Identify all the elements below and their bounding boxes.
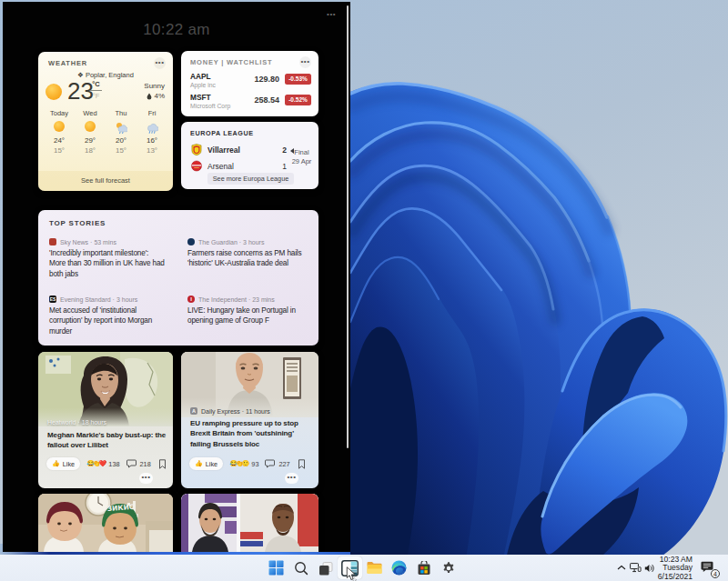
card-more-button[interactable]: •••: [285, 473, 298, 484]
notification-badge: 4: [711, 569, 720, 578]
unit-fahrenheit[interactable]: °F: [90, 91, 102, 101]
tray-clock[interactable]: 10:23 AM Tuesday 6/15/2021: [658, 556, 693, 581]
daily-express-icon: A: [190, 407, 197, 415]
mouse-cursor: [346, 566, 357, 581]
football-pundits-photo: [181, 494, 318, 552]
weather-widget[interactable]: WEATHER ••• ❖ Poplar, England 23 °C °F S…: [38, 52, 173, 191]
money-widget[interactable]: MONEY | WATCHLIST ••• AAPL Apple inc 129…: [181, 51, 318, 116]
search-button[interactable]: [288, 556, 313, 579]
stock-row[interactable]: AAPL Apple inc 129.80 -0.53%: [190, 72, 311, 90]
news-headline: Meghan Markle's baby bust-up: the fallou…: [47, 430, 167, 451]
europa-title: EUROPA LEAGUE: [190, 129, 254, 137]
taskbar-center: [264, 555, 460, 581]
volume-icon[interactable]: [644, 564, 655, 573]
store-button[interactable]: [411, 556, 436, 579]
top-stories-title: TOP STORIES: [49, 219, 106, 227]
reaction-emojis: 😂👏🙂: [229, 460, 248, 467]
weather-menu-button[interactable]: •••: [154, 57, 166, 69]
europa-league-widget[interactable]: EUROPA LEAGUE Villarreal 2 Arsenal 1 Fin…: [181, 122, 318, 189]
guardian-icon: [187, 238, 195, 245]
comment-icon[interactable]: [126, 459, 136, 468]
like-button[interactable]: 👍Like: [46, 457, 80, 470]
droplet-icon: [147, 93, 152, 100]
news-card[interactable]: ADaily Express · 11 hours EU ramping pre…: [181, 352, 318, 488]
match-status: Final 29 Apr: [288, 148, 315, 166]
news-source: ADaily Express · 11 hours: [190, 407, 270, 415]
story-item[interactable]: Sky News · 53 mins 'Incredibly important…: [49, 238, 166, 279]
thumbs-up-icon: 👍: [52, 460, 60, 467]
network-icon[interactable]: [630, 563, 642, 573]
windows-logo-icon: [268, 560, 284, 576]
task-view-button[interactable]: [313, 556, 338, 579]
top-stories-widget: TOP STORIES Sky News · 53 mins 'Incredib…: [38, 210, 318, 346]
rain-icon: [146, 121, 158, 134]
rain-sun-icon: [115, 121, 127, 134]
settings-button[interactable]: [436, 556, 460, 579]
file-explorer-button[interactable]: [362, 556, 387, 579]
arsenal-crest-icon: [191, 160, 202, 172]
panel-clock: 10:22 am: [3, 21, 350, 39]
see-full-forecast-link[interactable]: See full forecast: [38, 171, 173, 191]
news-actions: 👍Like 😂👏❤️ 138 218: [46, 456, 166, 471]
comment-icon[interactable]: [265, 459, 275, 468]
stock-row[interactable]: MSFT Microsoft Corp 258.54 -0.52%: [190, 93, 311, 111]
sunny-icon: [84, 121, 96, 134]
forecast-day[interactable]: Today 24° 15°: [44, 109, 75, 155]
story-item[interactable]: ESEvening Standard · 3 hours Met accused…: [49, 296, 166, 336]
task-view-icon: [318, 561, 333, 576]
weather-unit-toggle[interactable]: °C °F: [90, 80, 102, 100]
sky-news-icon: [49, 238, 56, 245]
news-headline: EU ramping pressure up to stop Brexit Br…: [190, 418, 313, 449]
sunny-icon: [53, 121, 66, 134]
store-icon: [417, 561, 431, 576]
widgets-button[interactable]: [338, 556, 362, 579]
stock-change-badge: -0.53%: [285, 74, 311, 85]
widgets-panel: 10:22 am ••• WEATHER ••• ❖ Poplar, Engla…: [3, 2, 350, 552]
bookmark-icon[interactable]: [158, 459, 167, 469]
independent-icon: I: [187, 296, 195, 303]
money-menu-button[interactable]: •••: [299, 56, 311, 68]
taskbar: 10:23 AM Tuesday 6/15/2021 4: [0, 555, 728, 581]
stock-change-badge: -0.52%: [285, 95, 311, 105]
weather-title: WEATHER: [48, 59, 87, 67]
bookmark-icon[interactable]: [298, 459, 306, 469]
forecast-day[interactable]: Thu 20° 15°: [106, 109, 136, 155]
see-more-europa-link[interactable]: See more Europa League: [207, 173, 294, 185]
money-title: MONEY | WATCHLIST: [190, 58, 272, 66]
meghan-markle-photo: [38, 352, 173, 426]
like-button[interactable]: 👍Like: [189, 457, 223, 470]
file-explorer-icon: [367, 561, 382, 575]
edge-button[interactable]: [387, 556, 411, 579]
settings-gear-icon: [441, 561, 456, 576]
start-button[interactable]: [264, 556, 288, 579]
news-card-partial[interactable]: ЗИКИС: [38, 494, 173, 552]
sunny-icon: [46, 84, 62, 100]
weather-precipitation: 4%: [147, 92, 165, 100]
kids-photo: ЗИКИС: [38, 494, 173, 552]
weather-location: ❖ Poplar, England: [38, 71, 173, 79]
unit-celsius[interactable]: °C: [90, 80, 102, 91]
forecast-day[interactable]: Wed 29° 18°: [75, 109, 106, 155]
notification-button[interactable]: 4: [701, 561, 719, 576]
evening-standard-icon: ES: [49, 296, 56, 303]
news-card[interactable]: Heatworld · 18 hours Meghan Markle's bab…: [38, 352, 173, 488]
edge-icon: [391, 560, 407, 576]
weather-condition: Sunny: [144, 82, 165, 90]
villarreal-crest-icon: [191, 144, 202, 155]
news-source: Heatworld · 18 hours: [47, 419, 106, 426]
chevron-up-icon[interactable]: [617, 565, 626, 571]
weather-forecast: Today 24° 15° Wed 29° 18° Thu 20°: [44, 109, 167, 155]
panel-menu-button[interactable]: •••: [327, 10, 336, 18]
news-actions: 👍Like 😂👏🙂 93 227: [189, 456, 311, 471]
card-more-button[interactable]: •••: [139, 473, 153, 484]
forecast-day[interactable]: Fri 16° 13°: [136, 109, 167, 155]
reaction-emojis: 😂👏❤️: [86, 460, 105, 467]
search-icon: [294, 561, 308, 576]
panel-scrollbar[interactable]: [347, 5, 349, 448]
story-item[interactable]: IThe Independent · 23 mins LIVE: Hungary…: [187, 296, 318, 326]
news-card-partial[interactable]: [181, 494, 318, 552]
thumbs-up-icon: 👍: [195, 460, 203, 467]
story-item[interactable]: The Guardian · 3 hours Farmers raise con…: [187, 238, 318, 269]
desktop: 10:22 am ••• WEATHER ••• ❖ Poplar, Engla…: [0, 0, 728, 581]
